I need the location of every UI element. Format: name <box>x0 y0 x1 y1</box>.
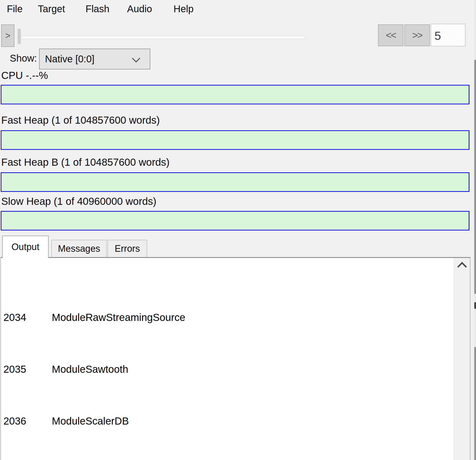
position-slider-thumb[interactable] <box>18 29 21 44</box>
output-line-text: ModuleScalerDB <box>52 415 129 427</box>
output-line-text: ModuleSawtooth <box>52 363 128 375</box>
cpu-meter <box>1 85 469 104</box>
menu-file[interactable]: File <box>7 2 22 15</box>
edge-scrollbar-thumb-upper[interactable] <box>474 60 476 294</box>
prev-button[interactable]: << <box>378 24 403 46</box>
chevron-up-icon[interactable] <box>457 262 467 272</box>
output-panel[interactable]: 2034ModuleRawStreamingSource 2035ModuleS… <box>0 257 470 460</box>
output-line: 2036ModuleScalerDB <box>3 415 453 427</box>
menu-help[interactable]: Help <box>173 2 194 15</box>
next-button[interactable]: >> <box>404 24 430 46</box>
output-line-number: 2034 <box>3 311 52 324</box>
fast-heap-meter <box>1 130 469 150</box>
show-dropdown-value: Native [0:0] <box>40 54 94 65</box>
output-lines: 2034ModuleRawStreamingSource 2035ModuleS… <box>3 259 453 460</box>
show-label: Show: <box>10 53 37 64</box>
fast-heap-b-label: Fast Heap B (1 of 104857600 words) <box>1 156 170 168</box>
output-line-number: 2036 <box>3 415 52 427</box>
slow-heap-label: Slow Heap (1 of 40960000 words) <box>1 196 156 207</box>
menu-flash[interactable]: Flash <box>86 2 109 15</box>
output-line: 2034ModuleRawStreamingSource <box>3 311 453 324</box>
tab-output[interactable]: Output <box>2 236 49 258</box>
tab-messages[interactable]: Messages <box>51 240 107 257</box>
show-dropdown[interactable]: Native [0:0] <box>39 49 150 69</box>
app-window: File Target Flash Audio Help > << >> Sho… <box>0 0 476 460</box>
output-line: 2035ModuleSawtooth <box>3 363 453 376</box>
fast-heap-label: Fast Heap (1 of 104857600 words) <box>1 114 160 126</box>
window-edge-scrollbar[interactable] <box>474 0 476 460</box>
counter-input[interactable] <box>431 24 465 46</box>
step-button[interactable]: > <box>1 24 14 47</box>
edge-scrollbar-mark <box>474 302 476 309</box>
menu-target[interactable]: Target <box>38 2 65 15</box>
slow-heap-meter <box>1 211 469 230</box>
menu-audio[interactable]: Audio <box>127 2 152 15</box>
cpu-label: CPU -.--% <box>1 70 48 81</box>
position-slider-track[interactable] <box>21 36 305 39</box>
output-scrollbar[interactable] <box>454 258 470 460</box>
edge-scrollbar-thumb-lower[interactable] <box>474 347 476 460</box>
fast-heap-b-meter <box>1 172 469 192</box>
chevron-down-icon <box>132 54 140 63</box>
output-line-text: ModuleRawStreamingSource <box>52 312 185 323</box>
output-line-number: 2035 <box>3 363 52 376</box>
tab-errors[interactable]: Errors <box>108 240 147 257</box>
